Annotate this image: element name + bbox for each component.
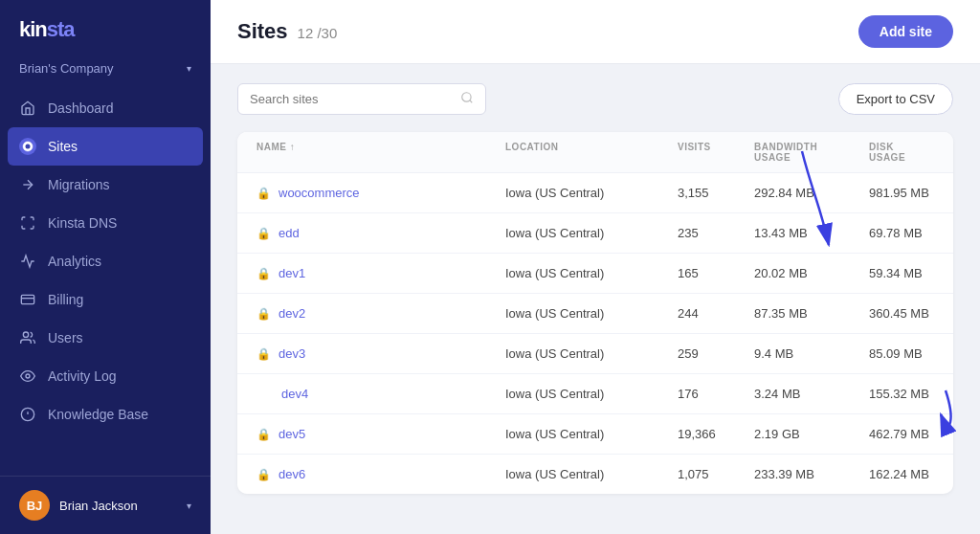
col-disk: DISKUSAGE — [869, 142, 953, 163]
col-bandwidth: BANDWIDTHUSAGE — [754, 142, 869, 163]
cell-visits: 1,075 — [678, 467, 754, 481]
table-row: 🔒 dev3 Iowa (US Central) 259 9.4 MB 85.0… — [237, 334, 953, 374]
cell-name: 🔒 woocommerce — [256, 186, 505, 200]
lock-icon: 🔒 — [256, 347, 271, 361]
sidebar-item-migrations[interactable]: Migrations — [0, 166, 211, 204]
cell-name: 🔒 dev5 — [256, 427, 505, 441]
table-row: 🔒 dev2 Iowa (US Central) 244 87.35 MB 36… — [237, 294, 953, 334]
title-area: Sites 12 /30 — [237, 19, 337, 44]
sidebar-item-label: Sites — [48, 139, 78, 154]
cell-disk: 69.78 MB — [869, 226, 953, 240]
cell-visits: 235 — [678, 226, 754, 240]
svg-rect-3 — [21, 295, 33, 303]
cell-visits: 3,155 — [678, 186, 754, 200]
sidebar-item-kinsta-dns[interactable]: Kinsta DNS — [0, 204, 211, 242]
site-link[interactable]: edd — [278, 226, 300, 240]
sidebar-item-activity-log[interactable]: Activity Log — [0, 357, 211, 395]
site-link[interactable]: dev5 — [278, 427, 305, 441]
cell-name: 🔒 dev6 — [256, 467, 505, 481]
knowledge-base-icon — [19, 406, 36, 423]
page-title: Sites — [237, 19, 288, 44]
cell-visits: 176 — [678, 387, 754, 401]
site-link[interactable]: dev4 — [281, 387, 308, 401]
col-visits: VISITS — [678, 142, 754, 163]
content-area: Export to CSV NAME ↑ LOCATION VISITS BAN… — [211, 64, 980, 534]
logo: kinsta — [19, 17, 75, 42]
export-csv-button[interactable]: Export to CSV — [838, 83, 953, 115]
cell-location: Iowa (US Central) — [505, 387, 678, 401]
cell-name: 🔒 dev3 — [256, 346, 505, 361]
billing-icon — [19, 291, 36, 308]
dns-icon — [19, 214, 36, 232]
home-icon — [19, 100, 36, 117]
sidebar-item-label: Billing — [48, 292, 83, 307]
sidebar-item-label: Knowledge Base — [48, 407, 148, 422]
sidebar-item-users[interactable]: Users — [0, 319, 211, 357]
site-count: 12 /30 — [298, 25, 338, 41]
cell-location: Iowa (US Central) — [505, 346, 678, 361]
company-selector[interactable]: Brian's Company ▾ — [0, 56, 211, 89]
cell-name: dev4 — [256, 387, 505, 401]
cell-disk: 462.79 MB — [869, 427, 953, 441]
activity-log-icon — [19, 367, 36, 385]
cell-bandwidth: 20.02 MB — [754, 266, 869, 280]
cell-name: 🔒 edd — [256, 226, 505, 240]
sidebar-item-dashboard[interactable]: Dashboard — [0, 89, 211, 127]
sites-table: NAME ↑ LOCATION VISITS BANDWIDTHUSAGE DI… — [237, 132, 953, 494]
table-row: 🔒 woocommerce Iowa (US Central) 3,155 29… — [237, 173, 953, 213]
lock-icon: 🔒 — [256, 307, 271, 321]
sidebar-item-sites[interactable]: Sites — [8, 127, 203, 166]
cell-visits: 259 — [678, 346, 754, 361]
sidebar-item-analytics[interactable]: Analytics — [0, 242, 211, 280]
sidebar-item-label: Users — [48, 330, 83, 345]
site-link[interactable]: dev2 — [278, 306, 305, 321]
cell-location: Iowa (US Central) — [505, 306, 678, 321]
col-location: LOCATION — [505, 142, 678, 163]
cell-location: Iowa (US Central) — [505, 467, 678, 481]
sidebar-nav: Dashboard Sites Migrations Kinsta DNS — [0, 89, 211, 476]
site-link[interactable]: dev3 — [278, 346, 305, 361]
cell-name: 🔒 dev2 — [256, 306, 505, 321]
cell-location: Iowa (US Central) — [505, 186, 678, 200]
cell-disk: 85.09 MB — [869, 346, 953, 361]
add-site-button[interactable]: Add site — [858, 15, 953, 48]
cell-bandwidth: 292.84 MB — [754, 186, 869, 200]
logo-area: kinsta — [0, 0, 211, 56]
cell-bandwidth: 9.4 MB — [754, 346, 869, 361]
sidebar-item-label: Activity Log — [48, 368, 117, 384]
search-box — [237, 83, 486, 115]
chevron-down-icon: ▾ — [187, 63, 191, 74]
col-name: NAME ↑ — [256, 142, 505, 163]
svg-point-6 — [26, 374, 30, 378]
sidebar-item-billing[interactable]: Billing — [0, 280, 211, 319]
cell-disk: 981.95 MB — [869, 186, 953, 200]
cell-visits: 165 — [678, 266, 754, 280]
topbar: Sites 12 /30 Add site — [211, 0, 980, 64]
cell-location: Iowa (US Central) — [505, 427, 678, 441]
migrations-icon — [19, 176, 36, 193]
user-profile[interactable]: BJ Brian Jackson ▾ — [0, 476, 211, 534]
table-header: NAME ↑ LOCATION VISITS BANDWIDTHUSAGE DI… — [237, 132, 953, 173]
cell-bandwidth: 3.24 MB — [754, 387, 869, 401]
cell-location: Iowa (US Central) — [505, 226, 678, 240]
table-row: 🔒 edd Iowa (US Central) 235 13.43 MB 69.… — [237, 213, 953, 254]
site-link[interactable]: woocommerce — [278, 186, 360, 200]
table-row: 🔒 dev5 Iowa (US Central) 19,366 2.19 GB … — [237, 414, 953, 455]
table-row: dev4 Iowa (US Central) 176 3.24 MB 155.3… — [237, 374, 953, 414]
sidebar-item-label: Dashboard — [48, 100, 114, 116]
site-link[interactable]: dev1 — [278, 266, 305, 280]
search-input[interactable] — [250, 92, 453, 106]
cell-bandwidth: 2.19 GB — [754, 427, 869, 441]
chevron-down-icon: ▾ — [187, 501, 191, 511]
sidebar-item-knowledge-base[interactable]: Knowledge Base — [0, 395, 211, 434]
avatar: BJ — [19, 490, 50, 521]
cell-visits: 244 — [678, 306, 754, 321]
user-name: Brian Jackson — [59, 499, 177, 513]
cell-visits: 19,366 — [678, 427, 754, 441]
cell-bandwidth: 13.43 MB — [754, 226, 869, 240]
search-icon — [460, 91, 474, 107]
table-container: NAME ↑ LOCATION VISITS BANDWIDTHUSAGE DI… — [237, 132, 953, 494]
site-link[interactable]: dev6 — [278, 467, 305, 481]
cell-disk: 59.34 MB — [869, 266, 953, 280]
main-content: Sites 12 /30 Add site Export to CSV NAME… — [211, 0, 980, 534]
